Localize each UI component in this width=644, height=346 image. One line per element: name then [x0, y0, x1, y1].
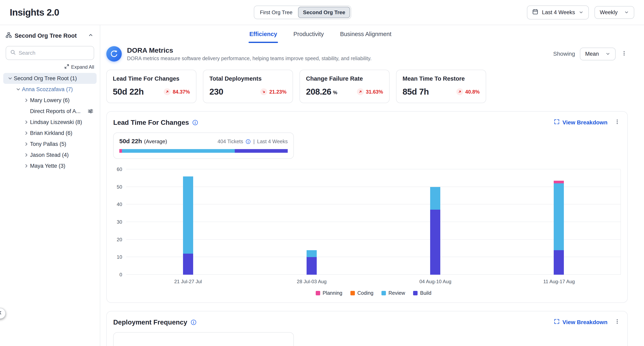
tree-item-direct-reports-of-a[interactable]: Direct Reports of A... — [3, 106, 96, 117]
kebab-menu-icon — [621, 50, 627, 57]
dora-subtitle: DORA metrics measure software delivery p… — [127, 55, 372, 61]
deployment-frequency-actions: View Breakdown — [554, 318, 621, 327]
bar-segment-review — [430, 187, 440, 210]
legend-item-planning[interactable]: Planning — [316, 290, 342, 296]
sliders-icon[interactable] — [88, 108, 93, 114]
bar-11-aug-17-aug[interactable] — [554, 181, 564, 275]
lead-time-chart-plot — [126, 169, 621, 275]
org-toggle-second-org-tree[interactable]: Second Org Tree — [298, 7, 350, 18]
metric-card-title: Change Failure Rate — [306, 75, 383, 82]
metric-card-value-row: 85d 7h40.8% — [402, 87, 480, 97]
info-icon[interactable] — [192, 120, 198, 126]
chevron-down-icon[interactable] — [14, 86, 22, 93]
y-tick-label: 50 — [117, 184, 122, 190]
bar-segment-planning — [554, 181, 564, 183]
tree-item-tony-pallas-5[interactable]: Tony Pallas (5) — [3, 139, 96, 150]
summary-meta: 404 Tickets | Last 4 Weeks — [218, 139, 288, 145]
metric-value: 85d 7h — [402, 87, 429, 97]
summary-row: 50d 22h (Average) 404 Tickets | Last 4 W… — [119, 138, 288, 145]
app-root: Insights 2.0 First Org TreeSecond Org Tr… — [0, 0, 644, 346]
search-box[interactable] — [6, 46, 94, 60]
legend-item-coding[interactable]: Coding — [350, 290, 373, 296]
y-tick-label: 60 — [117, 167, 122, 172]
org-tree: Second Org Tree Root (1)Anna Scozzafava … — [0, 73, 100, 172]
legend-label: Coding — [357, 290, 373, 296]
sidebar-collapse-section-button[interactable] — [87, 32, 94, 40]
granularity-value: Weekly — [600, 9, 618, 15]
bar-segment-review — [554, 183, 564, 250]
legend-item-review[interactable]: Review — [382, 290, 405, 296]
tree-item-brian-kirkland-6[interactable]: Brian Kirkland (6) — [3, 128, 96, 139]
tree-item-jason-stead-4[interactable]: Jason Stead (4) — [3, 150, 96, 161]
y-axis: 0102030405060 — [113, 169, 126, 275]
lead-time-summary-card: 50d 22h (Average) 404 Tickets | Last 4 W… — [113, 133, 294, 159]
x-axis-labels: 21 Jul-27 Jul28 Jul-03 Aug04 Aug-10 Aug1… — [126, 279, 621, 284]
deployment-frequency-title: Deployment Frequency — [113, 319, 187, 326]
legend-item-build[interactable]: Build — [413, 290, 431, 296]
sidebar-collapse-button[interactable] — [0, 308, 6, 319]
y-tick-label: 40 — [117, 201, 122, 207]
legend-label: Review — [388, 290, 405, 296]
tab-productivity[interactable]: Productivity — [292, 25, 325, 43]
lead-time-panel: Lead Time For Changes View Breakdown — [106, 111, 628, 303]
metric-delta-value: 21.23% — [269, 89, 286, 95]
date-range-select[interactable]: Last 4 Weeks — [527, 5, 589, 19]
gridline — [126, 274, 620, 275]
search-input[interactable] — [19, 50, 90, 56]
bar-04-aug-10-aug[interactable] — [430, 187, 440, 275]
tree-item-lindsay-liszewski-8[interactable]: Lindsay Liszewski (8) — [3, 117, 96, 128]
metric-unit: % — [333, 90, 337, 95]
legend-label: Build — [420, 290, 431, 296]
bar-segment-build — [306, 257, 317, 275]
expand-breakdown-icon — [554, 319, 560, 326]
chevron-down-icon[interactable] — [6, 75, 14, 82]
deployment-frequency-panel: Deployment Frequency View Breakdown — [106, 311, 628, 346]
chevron-right-icon[interactable] — [23, 130, 30, 136]
deployment-menu-button[interactable] — [614, 318, 621, 327]
chevron-right-icon[interactable] — [23, 141, 30, 147]
metric-card-lead-time-for-changes: Lead Time For Changes50d 22h84.37% — [106, 70, 196, 103]
tree-item-label: Maya Yette (3) — [30, 163, 65, 169]
lead-time-menu-button[interactable] — [614, 118, 621, 127]
tab-business-alignment[interactable]: Business Alignment — [339, 25, 392, 43]
metric-card-change-failure-rate: Change Failure Rate208.26%31.63% — [300, 70, 390, 103]
expand-all-button[interactable]: Expand All — [6, 64, 94, 70]
info-icon[interactable] — [190, 319, 196, 325]
tree-item-second-org-tree-root-1[interactable]: Second Org Tree Root (1) — [3, 73, 96, 84]
tree-item-anna-scozzafava-7[interactable]: Anna Scozzafava (7) — [3, 84, 96, 95]
view-breakdown-button[interactable]: View Breakdown — [554, 319, 608, 326]
main-content: EfficiencyProductivityBusiness Alignment… — [100, 25, 644, 346]
chevron-right-icon[interactable] — [23, 97, 30, 104]
summary-bar-segment-planning — [119, 149, 122, 153]
chevron-right-icon[interactable] — [23, 152, 30, 158]
gridline — [126, 169, 620, 169]
gridline — [126, 257, 620, 257]
metric-delta-value: 31.63% — [366, 89, 383, 95]
info-icon[interactable] — [246, 139, 251, 144]
bar-segment-build — [554, 250, 564, 275]
view-breakdown-button[interactable]: View Breakdown — [554, 119, 608, 126]
legend-label: Planning — [322, 290, 342, 296]
metric-delta: 40.8% — [456, 88, 480, 95]
dora-controls: Showing Mean — [553, 48, 628, 60]
tree-item-label: Jason Stead (4) — [30, 152, 69, 158]
bar-21-jul-27-jul[interactable] — [183, 176, 193, 275]
x-tick-label: 21 Jul-27 Jul — [126, 279, 250, 284]
granularity-select[interactable]: Weekly — [594, 6, 634, 19]
bar-28-jul-03-aug[interactable] — [306, 250, 317, 275]
tickets-count: 404 Tickets — [218, 139, 243, 145]
tree-item-maya-yette-3[interactable]: Maya Yette (3) — [3, 161, 96, 172]
metric-card-title: Mean Time To Restore — [402, 75, 480, 82]
y-tick-label: 0 — [120, 272, 122, 278]
metric-card-mean-time-to-restore: Mean Time To Restore85d 7h40.8% — [396, 70, 486, 103]
dora-badge-icon — [106, 46, 122, 62]
chevron-right-icon[interactable] — [23, 119, 30, 125]
aggregation-select[interactable]: Mean — [580, 48, 616, 60]
org-toggle-first-org-tree[interactable]: First Org Tree — [255, 7, 297, 18]
tree-item-label: Lindsay Liszewski (8) — [30, 119, 82, 125]
tree-item-mary-lowery-6[interactable]: Mary Lowery (6) — [3, 95, 96, 106]
tab-efficiency[interactable]: Efficiency — [248, 25, 278, 43]
gridline — [126, 222, 620, 222]
dora-menu-button[interactable] — [620, 50, 628, 58]
chevron-right-icon[interactable] — [23, 163, 30, 169]
